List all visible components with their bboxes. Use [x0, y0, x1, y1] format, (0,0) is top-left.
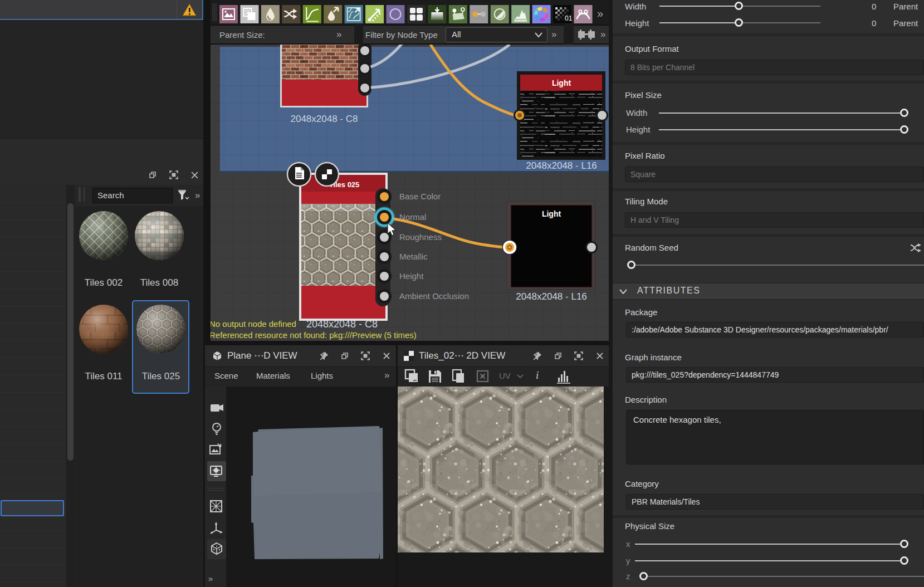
svg-text:Roughness: Roughness — [399, 232, 442, 242]
svg-text:2048x2048 - L16: 2048x2048 - L16 — [526, 160, 597, 171]
svg-text:Tiles 025: Tiles 025 — [142, 371, 180, 381]
svg-text:Referenced resource not found:: Referenced resource not found: pkg:///Pr… — [211, 330, 417, 340]
svg-text:Metallic: Metallic — [399, 252, 428, 261]
svg-text:2048x2048 - L16: 2048x2048 - L16 — [516, 291, 587, 302]
svg-text:2048x2048 - C8: 2048x2048 - C8 — [306, 319, 378, 330]
svg-text:Tiles 008: Tiles 008 — [140, 277, 178, 288]
svg-text:Tiles 011: Tiles 011 — [85, 371, 122, 381]
svg-text:Light: Light — [542, 209, 561, 218]
svg-text:Base Color: Base Color — [399, 192, 441, 201]
svg-text:Light: Light — [552, 79, 571, 87]
svg-text:Ambient Occlusion: Ambient Occlusion — [399, 291, 469, 301]
svg-text:Tiles 002: Tiles 002 — [85, 277, 123, 288]
svg-text:2048x2048 - C8: 2048x2048 - C8 — [291, 114, 358, 124]
svg-text:Height: Height — [399, 271, 424, 281]
svg-text:Normal: Normal — [399, 212, 426, 222]
svg-text:01: 01 — [565, 14, 573, 22]
svg-text:»: » — [597, 7, 603, 19]
svg-text:No output node defined: No output node defined — [211, 319, 296, 329]
